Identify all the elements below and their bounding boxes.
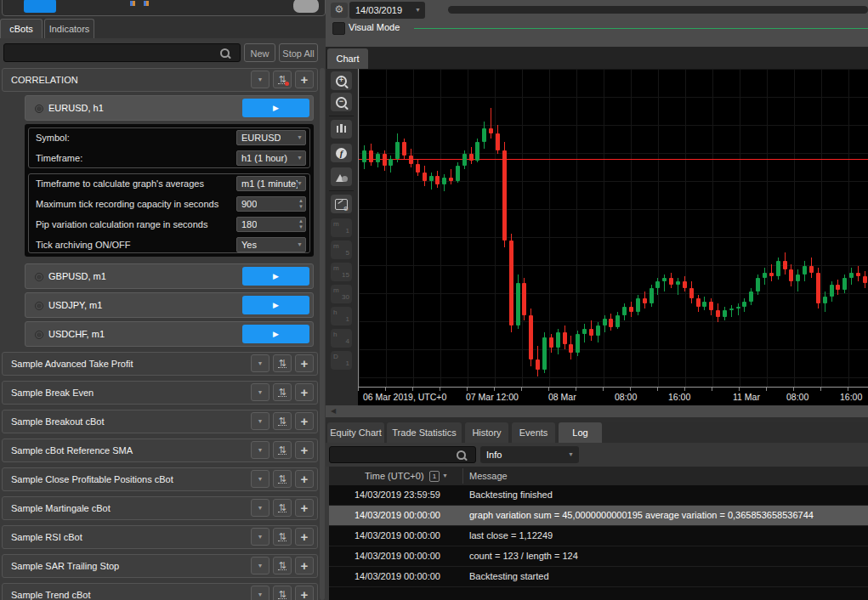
tab-events[interactable]: Events: [512, 422, 555, 443]
zoom-out-icon[interactable]: −: [331, 93, 352, 111]
chevron-down-icon[interactable]: ▼: [251, 71, 269, 88]
log-row[interactable]: 14/03/2019 00:00:00 count = 123 / length…: [329, 546, 868, 567]
tab-indicators[interactable]: Indicators: [44, 19, 94, 38]
play-button[interactable]: ▶: [242, 325, 309, 343]
add-instance-icon[interactable]: +: [295, 499, 314, 517]
log-level-filter[interactable]: Info ▼: [480, 446, 579, 463]
timeframe-button[interactable]: h 1: [331, 307, 352, 325]
param-control[interactable]: Yes ▼ ▲▼: [236, 237, 306, 252]
chevron-down-icon[interactable]: ▼: [251, 412, 269, 430]
chevron-down-icon[interactable]: ▼: [251, 499, 269, 517]
add-instance-icon[interactable]: +: [295, 528, 314, 546]
cbot-row-correlation[interactable]: CORRELATION ▼ ⇅ +: [2, 68, 318, 92]
add-instance-icon[interactable]: +: [295, 586, 314, 600]
instance-row-gbpusd[interactable]: GBPUSD, m1 ▶: [25, 263, 314, 289]
optimize-icon[interactable]: ⇅: [273, 354, 292, 372]
optimize-icon[interactable]: ⇅: [273, 470, 292, 488]
optimize-icon[interactable]: ⇅: [273, 586, 292, 600]
stepper-arrows[interactable]: ▲▼: [298, 218, 304, 230]
timeframe-button[interactable]: m 1: [331, 218, 352, 237]
add-instance-icon[interactable]: +: [295, 354, 314, 372]
tab-trade-statistics[interactable]: Trade Statistics: [387, 422, 462, 443]
sort-caret-icon[interactable]: ▼: [442, 467, 448, 485]
optimize-icon[interactable]: ⇅: [273, 499, 292, 517]
cbot-row-sample[interactable]: Sample RSI cBot ▼ ⇅ +: [2, 525, 318, 549]
stop-all-button[interactable]: Stop All: [279, 43, 318, 62]
vertical-scrollbar[interactable]: [320, 68, 325, 600]
cbot-search-input[interactable]: [8, 45, 222, 62]
param-control[interactable]: h1 (1 hour) ▼ ▲▼: [236, 150, 306, 166]
tab-cbots[interactable]: cBots: [0, 19, 43, 38]
optimize-icon[interactable]: ⇅: [273, 528, 292, 546]
optimize-icon[interactable]: ⇅: [273, 71, 292, 88]
new-button[interactable]: New: [244, 43, 275, 62]
timeframe-button[interactable]: m 30: [331, 285, 352, 303]
optimize-icon[interactable]: ⇅: [273, 412, 292, 430]
param-control[interactable]: m1 (1 minute) ▼ ▲▼: [236, 176, 306, 191]
param-control[interactable]: EURUSD ▼ ▲▼: [236, 130, 306, 145]
zoom-in-icon[interactable]: +: [331, 71, 352, 90]
instance-row-eurusd[interactable]: EURUSD, h1 ▶: [25, 95, 314, 121]
tick-chart-icon[interactable]: [331, 120, 352, 139]
column-time[interactable]: Time (UTC+0): [365, 467, 424, 485]
instance-row-usdchf[interactable]: USDCHF, m1 ▶: [25, 321, 314, 347]
tab-history[interactable]: History: [465, 422, 508, 443]
log-row[interactable]: 14/03/2019 00:00:00 last close = 1,12249: [329, 526, 868, 546]
cbot-row-sample[interactable]: Sample cBot Reference SMA ▼ ⇅ +: [2, 439, 318, 462]
tab-chart[interactable]: Chart: [327, 48, 368, 69]
indicators-f-icon[interactable]: f: [331, 144, 352, 162]
chart-canvas[interactable]: [358, 69, 868, 387]
partial-gray-button[interactable]: [293, 0, 319, 13]
log-search-input[interactable]: [333, 448, 460, 463]
chevron-down-icon[interactable]: ▼: [251, 354, 269, 372]
stepper-arrows[interactable]: ▲▼: [298, 198, 304, 210]
cbot-row-sample[interactable]: Sample Break Even ▼ ⇅ +: [2, 381, 318, 405]
timeframe-button[interactable]: D 1: [331, 351, 352, 370]
play-button[interactable]: ▶: [242, 267, 309, 286]
param-control[interactable]: 900 ▼ ▲▼: [236, 196, 306, 212]
add-instance-icon[interactable]: +: [295, 441, 314, 459]
log-row[interactable]: 14/03/2019 00:00:00 Backtesting started: [329, 567, 868, 587]
cbot-row-sample[interactable]: Sample SAR Trailing Stop ▼ ⇅ +: [2, 554, 318, 578]
chevron-down-icon[interactable]: ▼: [251, 470, 269, 488]
scroll-left-icon[interactable]: ◀: [331, 407, 336, 415]
horizontal-scrollbar[interactable]: ◀: [326, 405, 868, 417]
column-message[interactable]: Message: [469, 467, 508, 485]
chevron-down-icon[interactable]: ▼: [251, 586, 269, 600]
cbot-row-sample[interactable]: Sample Advanced Take Profit ▼ ⇅ +: [2, 352, 318, 376]
chevron-down-icon[interactable]: ▼: [251, 528, 269, 546]
date-picker[interactable]: 14/03/2019 ▼: [349, 2, 425, 19]
cbot-row-sample[interactable]: Sample Close Profitable Positions cBot ▼…: [2, 467, 318, 491]
optimize-icon[interactable]: ⇅: [273, 557, 292, 575]
timeframe-button[interactable]: m 5: [331, 241, 352, 259]
log-row[interactable]: 14/03/2019 23:59:59 Backtesting finished: [329, 485, 868, 506]
tab-equity-chart[interactable]: Equity Chart: [327, 422, 384, 443]
log-row[interactable]: 14/03/2019 00:00:00 graph variation sum …: [329, 506, 868, 526]
cbot-row-sample[interactable]: Sample Trend cBot ▼ ⇅ +: [2, 583, 318, 600]
chart-settings-icon[interactable]: ⚙: [331, 195, 352, 213]
add-instance-icon[interactable]: +: [295, 470, 314, 488]
tab-log[interactable]: Log: [559, 422, 602, 443]
chevron-down-icon[interactable]: ▼: [251, 441, 269, 459]
add-instance-icon[interactable]: +: [295, 412, 314, 430]
param-control[interactable]: 180 ▼ ▲▼: [236, 217, 306, 232]
play-button[interactable]: ▶: [242, 99, 309, 117]
cbot-row-sample[interactable]: Sample Martingale cBot ▼ ⇅ +: [2, 496, 318, 520]
chevron-down-icon[interactable]: ▼: [251, 383, 269, 401]
timeframe-button[interactable]: h 4: [331, 329, 352, 348]
play-button[interactable]: ▶: [242, 296, 309, 314]
instance-row-usdjpy[interactable]: USDJPY, m1 ▶: [25, 292, 314, 318]
add-instance-icon[interactable]: +: [295, 383, 314, 401]
add-instance-icon[interactable]: +: [295, 71, 314, 88]
add-instance-icon[interactable]: +: [295, 557, 314, 575]
drawing-shapes-icon[interactable]: [331, 167, 352, 186]
optimize-icon[interactable]: ⇅: [273, 441, 292, 459]
optimize-icon[interactable]: ⇅: [273, 383, 292, 401]
visual-mode-checkbox[interactable]: [332, 22, 345, 35]
cbot-row-sample[interactable]: Sample Breakout cBot ▼ ⇅ +: [2, 410, 318, 433]
chevron-down-icon[interactable]: ▼: [251, 557, 269, 575]
backtest-progress-bar[interactable]: [448, 6, 868, 14]
column-divider[interactable]: [462, 468, 463, 484]
timeframe-button[interactable]: m 15: [331, 263, 352, 281]
partial-blue-button[interactable]: [24, 0, 56, 13]
